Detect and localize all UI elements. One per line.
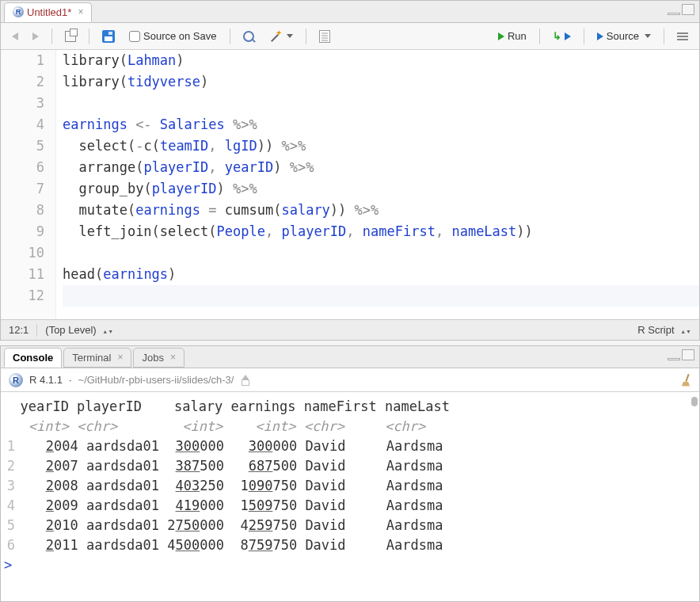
scrollbar[interactable] [691,397,698,406]
outline-button[interactable] [672,31,693,42]
share-icon[interactable] [240,375,251,386]
console-prompt[interactable]: > [4,555,691,575]
rerun-button[interactable]: ↳ [548,29,576,44]
find-button[interactable] [238,29,259,44]
tab-console-label: Console [13,352,53,364]
table-types: <int> <chr> <int> <int> <chr> <chr> [4,417,691,436]
close-icon[interactable]: × [117,352,123,363]
search-icon [243,31,254,42]
r-logo-icon: R [9,373,23,387]
rerun-icon: ↳ [553,30,561,42]
source-label: Source [607,30,639,42]
run-arrow-icon [498,32,504,40]
source-on-save-toggle[interactable]: Source on Save [124,29,222,44]
nav-back-button[interactable] [7,31,23,42]
popout-icon [65,31,76,42]
table-row: 3 2008 aardsda01 403250 1090750 David Aa… [4,476,691,496]
checkbox-icon [129,31,140,42]
pane-minimize-button[interactable] [668,13,680,15]
run-button[interactable]: Run [493,29,531,44]
save-button[interactable] [97,29,120,44]
console-tabbar: Console Terminal × Jobs × [1,346,699,368]
source-statusbar: 12:1 (Top Level) ▲▼ R Script ▲▼ [1,319,699,340]
scope-label: (Top Level) [45,324,96,336]
tab-terminal[interactable]: Terminal × [63,348,131,368]
language-selector[interactable]: R Script ▲▼ [637,324,691,336]
run-label: Run [508,30,527,42]
code-editor[interactable]: 123456789101112 library(Lahman)library(t… [1,50,699,319]
source-pane: R Untitled1* × Source on Save Run [0,0,700,341]
pane-window-controls [668,4,694,15]
source-tab-title: Untitled1* [27,6,71,18]
updown-icon: ▲▼ [102,330,113,333]
outline-icon [677,32,688,40]
table-row: 5 2010 aardsda01 2750000 4259750 David A… [4,516,691,535]
console-pane: Console Terminal × Jobs × R R 4.1.1 · ~/… [0,345,700,602]
updown-icon: ▲▼ [680,330,691,333]
language-label: R Script [637,324,674,336]
working-dir[interactable]: ~/GitHub/r-pbi-users-ii/slides/ch-3/ [78,374,234,386]
table-header: yearID playerID salary earnings nameFirs… [4,397,691,417]
source-toolbar: Source on Save Run ↳ Source [1,23,699,50]
notebook-icon [319,30,330,43]
source-button[interactable]: Source [592,29,656,44]
table-row: 6 2011 aardsda01 4500000 8759750 David A… [4,535,691,555]
clear-console-button[interactable] [679,374,691,387]
caret-down-icon [645,34,651,38]
pane-maximize-button[interactable] [682,4,694,15]
close-icon[interactable]: × [170,352,176,363]
scope-selector[interactable]: (Top Level) ▲▼ [45,324,113,336]
cursor-position: 12:1 [9,324,29,336]
arrow-right-icon [32,32,39,40]
save-icon [102,30,115,43]
source-arrow-icon [597,32,603,40]
source-tabbar: R Untitled1* × [1,1,699,23]
caret-down-icon [287,34,293,38]
code-area[interactable]: library(Lahman)library(tidyverse) earnin… [56,50,699,319]
close-icon[interactable]: × [78,6,83,17]
pane-window-controls [668,349,694,360]
source-tab-untitled[interactable]: R Untitled1* × [4,2,92,22]
table-row: 4 2009 aardsda01 419000 1509750 David Aa… [4,496,691,516]
console-output[interactable]: yearID playerID salary earnings nameFirs… [1,392,699,601]
code-tools-button[interactable] [264,29,298,44]
tab-terminal-label: Terminal [72,352,111,364]
compile-report-button[interactable] [314,29,335,44]
wand-icon [268,30,281,43]
nav-forward-button[interactable] [28,31,44,42]
arrow-left-icon [12,32,18,40]
tab-jobs-label: Jobs [142,352,163,364]
r-version: R 4.1.1 [29,374,63,386]
table-row: 1 2004 aardsda01 300000 300000 David Aar… [4,436,691,456]
tab-console[interactable]: Console [4,348,62,368]
line-gutter: 123456789101112 [1,50,56,319]
r-file-icon: R [13,6,24,17]
tab-jobs[interactable]: Jobs × [133,348,184,368]
console-header: R R 4.1.1 · ~/GitHub/r-pbi-users-ii/slid… [1,368,699,392]
table-row: 2 2007 aardsda01 387500 687500 David Aar… [4,456,691,476]
rerun-arrow-icon [565,32,571,40]
pane-minimize-button[interactable] [668,358,680,360]
pane-maximize-button[interactable] [682,349,694,360]
source-on-save-label: Source on Save [143,30,217,42]
popout-button[interactable] [60,29,81,44]
